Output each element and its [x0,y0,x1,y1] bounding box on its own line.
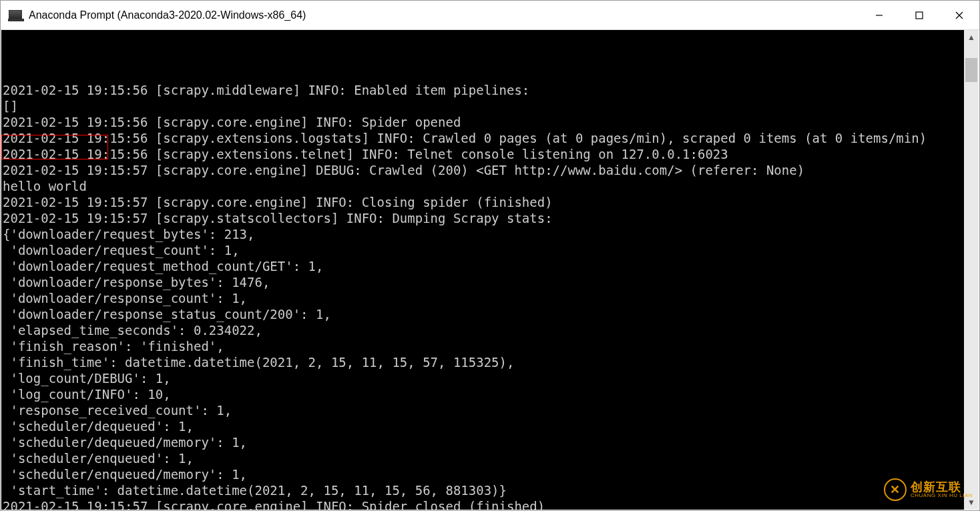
terminal-line: 'elapsed_time_seconds': 0.234022, [3,322,963,338]
terminal-output[interactable]: 2021-02-15 19:15:56 [scrapy.middleware] … [1,30,964,510]
terminal-line: [] [3,98,963,114]
terminal-line: 2021-02-15 19:15:57 [scrapy.core.engine]… [3,162,963,178]
close-icon [955,11,964,20]
terminal-line: 2021-02-15 19:15:57 [scrapy.statscollect… [3,210,963,226]
watermark-text: 创新互联 [911,481,973,493]
svg-rect-1 [916,12,923,19]
terminal-line: 'downloader/request_count': 1, [3,242,963,258]
app-icon [9,10,22,21]
watermark: ✕ 创新互联 CHUANG XIN HU LIAN [884,478,973,501]
minimize-icon [875,11,884,20]
window-buttons [859,1,979,29]
terminal-line: 2021-02-15 19:15:56 [scrapy.extensions.t… [3,146,963,162]
scroll-thumb[interactable] [965,58,977,82]
terminal-line: 'scheduler/enqueued': 1, [3,450,963,466]
maximize-button[interactable] [899,1,939,29]
terminal-line: 'finish_reason': 'finished', [3,338,963,354]
watermark-subtext: CHUANG XIN HU LIAN [911,493,973,498]
vertical-scrollbar[interactable]: ▲ ▼ [964,30,979,510]
terminal-line: {'downloader/request_bytes': 213, [3,226,963,242]
terminal-line: 'log_count/INFO': 10, [3,386,963,402]
terminal-line: 'log_count/DEBUG': 1, [3,370,963,386]
minimize-button[interactable] [859,1,899,29]
close-button[interactable] [939,1,979,29]
terminal-line: 2021-02-15 19:15:57 [scrapy.core.engine]… [3,194,963,210]
terminal-line: 'response_received_count': 1, [3,402,963,418]
terminal-line: 2021-02-15 19:15:57 [scrapy.core.engine]… [3,498,963,510]
scroll-up-arrow-icon[interactable]: ▲ [964,30,979,45]
terminal-line: 'scheduler/dequeued': 1, [3,418,963,434]
terminal-line: 'downloader/request_method_count/GET': 1… [3,258,963,274]
terminal-line: 2021-02-15 19:15:56 [scrapy.middleware] … [3,82,963,98]
titlebar[interactable]: Anaconda Prompt (Anaconda3-2020.02-Windo… [1,1,979,30]
terminal-line: 'downloader/response_bytes': 1476, [3,274,963,290]
watermark-logo-icon: ✕ [884,478,907,501]
terminal-line: 'downloader/response_status_count/200': … [3,306,963,322]
maximize-icon [915,11,924,20]
terminal-line: 'start_time': datetime.datetime(2021, 2,… [3,482,963,498]
terminal-line: 'scheduler/enqueued/memory': 1, [3,466,963,482]
window-title: Anaconda Prompt (Anaconda3-2020.02-Windo… [29,9,306,21]
terminal-area: 2021-02-15 19:15:56 [scrapy.middleware] … [1,30,979,510]
terminal-line: 'finish_time': datetime.datetime(2021, 2… [3,354,963,370]
terminal-line: 'downloader/response_count': 1, [3,290,963,306]
terminal-line: 'scheduler/dequeued/memory': 1, [3,434,963,450]
application-window: Anaconda Prompt (Anaconda3-2020.02-Windo… [0,0,980,511]
terminal-line: hello world [3,178,963,194]
terminal-line: 2021-02-15 19:15:56 [scrapy.extensions.l… [3,130,963,146]
terminal-line: 2021-02-15 19:15:56 [scrapy.core.engine]… [3,114,963,130]
